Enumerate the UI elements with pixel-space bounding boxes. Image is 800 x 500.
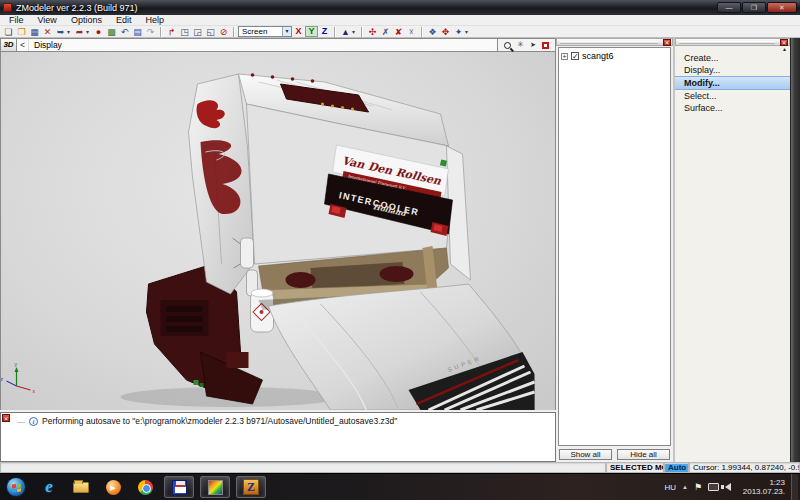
clock-time: 1:23 xyxy=(737,478,785,487)
log-tree-connector: — xyxy=(17,417,25,426)
taskbar-save-app-button[interactable] xyxy=(164,476,194,498)
taskbar-mediaplayer-button[interactable]: ▶ xyxy=(100,476,126,498)
redo-icon[interactable]: ↷ xyxy=(144,26,157,38)
tree-item-label[interactable]: scangt6 xyxy=(582,51,614,61)
menu-item-display[interactable]: Display... xyxy=(675,64,790,76)
toolbar-separator xyxy=(361,27,363,37)
menu-item-select[interactable]: Select... xyxy=(675,90,790,102)
action-center-flag-icon[interactable]: ⚑ xyxy=(694,482,702,492)
folder-icon xyxy=(73,482,89,493)
minimize-button[interactable]: — xyxy=(717,2,741,13)
svg-text:y: y xyxy=(15,361,18,367)
zmodeler-window: ZModeler ver 2.2.3 (Build 971) — ❐ ✕ Fil… xyxy=(0,0,800,500)
expand-icon[interactable]: + xyxy=(561,53,568,60)
texture-image-icon[interactable]: ▩ xyxy=(105,26,118,38)
menu-view[interactable]: View xyxy=(31,15,64,25)
windows-logo-icon xyxy=(12,484,21,493)
network-icon[interactable] xyxy=(708,483,719,491)
create-path-icon[interactable]: ↱ xyxy=(165,26,178,38)
speaker-icon[interactable] xyxy=(725,483,731,491)
clock[interactable]: 1:23 2013.07.23. xyxy=(737,478,785,496)
show-desktop-button[interactable] xyxy=(791,474,798,500)
viewport-canvas[interactable]: Van Den Rollsen Internationaal Transport… xyxy=(0,52,556,410)
viewport-mode-bar[interactable]: < Display xyxy=(17,38,498,52)
tree-item-scangt6[interactable]: + ✓ scangt6 xyxy=(561,51,668,61)
axis-cone-icon[interactable]: ▲ xyxy=(339,26,352,38)
settings-icon[interactable]: ✳ xyxy=(517,40,524,50)
visibility-checkbox[interactable]: ✓ xyxy=(571,52,579,60)
script-editor-icon[interactable]: ▤ xyxy=(131,26,144,38)
tool-move-axes-icon[interactable]: ✗ xyxy=(379,26,392,38)
skeleton-tool-1-icon[interactable]: ❖ xyxy=(426,26,439,38)
zmodeler-icon: Z xyxy=(243,479,259,495)
zoom-icon[interactable] xyxy=(504,42,511,49)
level-disabled-icon[interactable]: ⊘ xyxy=(217,26,230,38)
start-button[interactable] xyxy=(6,477,26,497)
view-space-combobox[interactable]: Screen ▾ xyxy=(238,26,292,37)
command-menu-close-icon[interactable]: ✕ xyxy=(780,39,788,46)
menu-edit[interactable]: Edit xyxy=(109,15,139,25)
combobox-dropdown-icon[interactable]: ▾ xyxy=(282,27,291,36)
level-vertices-icon[interactable]: ◳ xyxy=(178,26,191,38)
command-menu-header[interactable]: ✕ xyxy=(675,38,790,46)
language-indicator[interactable]: HU xyxy=(664,483,676,492)
menu-item-create[interactable]: Create... xyxy=(675,52,790,64)
import-icon[interactable]: ➥ xyxy=(54,26,67,38)
open-folder-icon[interactable]: ❒ xyxy=(15,26,28,38)
axis-cone-dropdown-icon[interactable]: ▾ xyxy=(352,26,358,38)
tray-expand-icon[interactable]: ▲ xyxy=(682,484,688,490)
viewport-type-button[interactable]: 3D xyxy=(0,38,17,52)
menu-item-modify[interactable]: Modify... xyxy=(675,76,790,90)
level-edges-icon[interactable]: ◲ xyxy=(191,26,204,38)
skeleton-tool-3-icon[interactable]: ✦ xyxy=(452,26,465,38)
status-spacer xyxy=(0,462,606,473)
new-file-icon[interactable]: ❏ xyxy=(2,26,15,38)
record-icon[interactable]: ● xyxy=(92,26,105,38)
level-polygons-icon[interactable]: ◱ xyxy=(204,26,217,38)
scene-tree-header[interactable]: ✕ xyxy=(556,38,673,46)
right-edge-strip xyxy=(790,38,800,462)
floppy-disk-icon xyxy=(172,480,187,495)
status-bar: SELECTED MODE Auto Cursor: 1.99344, 0.87… xyxy=(0,462,800,473)
info-icon: i xyxy=(29,417,38,426)
axis-y-button[interactable]: Y xyxy=(305,26,318,37)
pointer-icon[interactable]: ➤ xyxy=(530,40,536,50)
axis-x-button[interactable]: X xyxy=(292,26,305,37)
internet-explorer-icon: e xyxy=(45,477,53,497)
panel-grip xyxy=(560,41,658,44)
close-button[interactable]: ✕ xyxy=(767,2,797,13)
axis-z-button[interactable]: Z xyxy=(318,26,331,37)
tool-mirror-icon[interactable]: ☓ xyxy=(405,26,418,38)
log-close-icon[interactable]: ✕ xyxy=(2,414,10,422)
menu-options[interactable]: Options xyxy=(64,15,109,25)
taskbar-zmodeler-button[interactable]: Z xyxy=(236,476,266,498)
taskbar-ie-button[interactable]: e xyxy=(36,476,62,498)
toolbar: ❏ ❒ ▦ ✕ ➥ ▾ ➦ ▾ ● ▩ ↶ ▤ ↷ ↱ ◳ ◲ ◱ ⊘ Scre… xyxy=(0,26,800,38)
show-all-button[interactable]: Show all xyxy=(559,449,612,460)
taskbar: e ▶ Z HU ▲ ⚑ 1:23 2013.07.23. xyxy=(0,473,800,500)
scene-tree-close-icon[interactable]: ✕ xyxy=(663,39,671,46)
toolbar-separator xyxy=(334,27,336,37)
undo-icon[interactable]: ↶ xyxy=(118,26,131,38)
log-message: Performing autosave to "e:\programok\zmo… xyxy=(42,416,397,426)
taskbar-image-app-button[interactable] xyxy=(200,476,230,498)
save-icon[interactable]: ▦ xyxy=(28,26,41,38)
viewport-back-icon[interactable]: < xyxy=(17,39,29,51)
auto-toggle[interactable]: Auto xyxy=(664,462,689,473)
tool-detach-icon[interactable]: ✘ xyxy=(392,26,405,38)
maximize-button[interactable]: ❐ xyxy=(742,2,766,13)
taskbar-chrome-button[interactable] xyxy=(132,476,158,498)
skeleton-tool-2-icon[interactable]: ✥ xyxy=(439,26,452,38)
menu-file[interactable]: File xyxy=(2,15,31,25)
toolbar-separator xyxy=(233,27,235,37)
skeleton-dropdown-icon[interactable]: ▾ xyxy=(465,26,471,38)
export-icon[interactable]: ➦ xyxy=(73,26,86,38)
menu-item-surface[interactable]: Surface... xyxy=(675,102,790,114)
taskbar-explorer-button[interactable] xyxy=(68,476,94,498)
chrome-icon xyxy=(138,480,153,495)
menu-help[interactable]: Help xyxy=(138,15,171,25)
tool-weld-icon[interactable]: ✣ xyxy=(366,26,379,38)
maximize-viewport-icon[interactable] xyxy=(542,42,549,49)
delete-icon[interactable]: ✕ xyxy=(41,26,54,38)
hide-all-button[interactable]: Hide all xyxy=(617,449,670,460)
